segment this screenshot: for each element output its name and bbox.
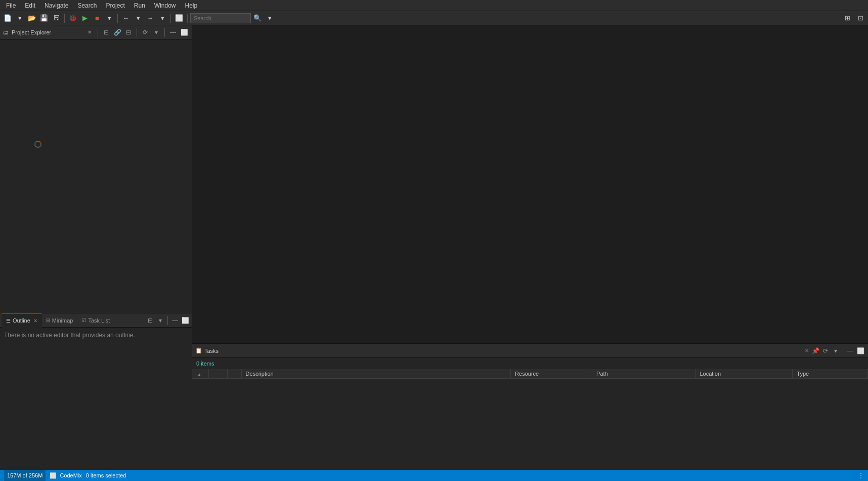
selection-status: 0 items selected (86, 472, 126, 478)
link-with-editor-button[interactable]: 🔗 (113, 28, 122, 37)
col-path-header[interactable]: Path (592, 369, 696, 379)
outline-minimize-button[interactable]: — (170, 316, 180, 325)
sep3 (164, 28, 165, 37)
sep2 (137, 28, 137, 37)
editor-content[interactable] (192, 25, 868, 343)
loading-spinner (34, 141, 41, 148)
menu-navigate[interactable]: Navigate (40, 1, 72, 10)
tab-outline-label: Outline (13, 317, 30, 324)
new-dropdown-button[interactable]: ▾ (14, 13, 25, 24)
menu-project[interactable]: Project (102, 1, 128, 10)
codemix-plugin-status[interactable]: ⬜ CodeMix (50, 472, 81, 479)
memory-label: 157M of 256M (7, 472, 42, 478)
tasks-panel-title: Tasks (204, 348, 802, 354)
menu-edit[interactable]: Edit (21, 1, 39, 10)
outline-maximize-button[interactable]: ⬜ (181, 316, 190, 325)
resource-col-label: Resource (515, 371, 539, 377)
editor-area: 📋 Tasks ✕ 📌 ⟳ ▾ — ⬜ 0 items (192, 25, 868, 470)
outline-empty-message: There is no active editor that provides … (4, 332, 135, 339)
outline-tab-actions: ⊟ ▾ — ⬜ (146, 316, 190, 325)
tasks-table[interactable]: ▲ Description Resource Path (192, 369, 868, 470)
run-dropdown-button[interactable]: ▾ (104, 13, 115, 24)
tab-tasklist-label: Task List (88, 317, 110, 324)
minimap-icon: ⊟ (46, 317, 50, 323)
bottom-left-panel: ☰ Outline ✕ ⊟ Minimap ☑ Task List ⊟ ▾ — (0, 313, 192, 470)
outline-dropdown-button[interactable]: ▾ (156, 316, 165, 325)
close-project-explorer-button[interactable]: ✕ (85, 28, 94, 37)
outline-content: There is no active editor that provides … (0, 328, 192, 470)
debug-button[interactable]: 🐞 (67, 13, 78, 24)
col-type-header[interactable]: Type (793, 369, 868, 379)
menu-help[interactable]: Help (181, 1, 202, 10)
back-dropdown-button[interactable]: ▾ (133, 13, 144, 24)
status-dots-button[interactable]: ⋮ (858, 472, 864, 479)
forward-button[interactable]: → (145, 13, 156, 24)
run-button[interactable]: ▶ (79, 13, 91, 24)
tab-minimap[interactable]: ⊟ Minimap (42, 313, 78, 328)
workspace-icon[interactable]: ⊞ (842, 13, 853, 24)
tasks-pin-button[interactable]: 📌 (811, 346, 820, 355)
sep (98, 28, 98, 37)
description-col-label: Description (246, 371, 274, 377)
path-col-label: Path (596, 371, 608, 377)
search-dropdown-button[interactable]: ▾ (264, 13, 275, 24)
col-resource-header[interactable]: Resource (511, 369, 592, 379)
menu-window[interactable]: Window (150, 1, 180, 10)
status-bar: 157M of 256M ⬜ CodeMix 0 items selected … (0, 470, 868, 481)
menu-bar: File Edit Navigate Search Project Run Wi… (0, 0, 868, 11)
maximize-button[interactable]: ⬜ (173, 13, 185, 24)
perspective-button[interactable]: ⊡ (855, 13, 866, 24)
new-file-button[interactable]: 📄 (2, 13, 13, 24)
separator-2 (117, 14, 118, 23)
save-button[interactable]: 💾 (38, 13, 50, 24)
left-panel: 🗂 Project Explorer ✕ ⊟ 🔗 ⊟ ⟳ ▾ — ⬜ ☰ (0, 25, 192, 470)
tab-tasklist[interactable]: ☑ Task List (77, 313, 114, 328)
menu-search[interactable]: Search (73, 1, 101, 10)
tasks-panel-header: 📋 Tasks ✕ 📌 ⟳ ▾ — ⬜ (192, 344, 868, 358)
sync-button[interactable]: ⟳ (141, 28, 150, 37)
maximize-project-explorer[interactable]: ⬜ (180, 28, 189, 37)
tasks-data-table: ▲ Description Resource Path (192, 369, 868, 379)
project-explorer-content (0, 39, 192, 313)
col-check-header[interactable] (228, 369, 241, 379)
collapse-all-button[interactable]: ⊟ (102, 28, 111, 37)
col-sort-header[interactable]: ▲ (192, 369, 209, 379)
open-button[interactable]: 📂 (26, 13, 37, 24)
tasks-minimize-button[interactable]: — (846, 346, 855, 355)
loading-area (34, 141, 41, 148)
close-outline-tab[interactable]: ✕ (33, 318, 37, 324)
tasks-dropdown-button[interactable]: ▾ (831, 346, 840, 355)
tasks-maximize-button[interactable]: ⬜ (856, 346, 865, 355)
forward-dropdown-button[interactable]: ▾ (157, 13, 168, 24)
outline-expand-button[interactable]: ⊟ (146, 316, 155, 325)
tasks-refresh-button[interactable]: ⟳ (821, 346, 830, 355)
search-input[interactable] (190, 13, 251, 23)
search-icon-button[interactable]: 🔍 (252, 13, 263, 24)
back-button[interactable]: ← (120, 13, 132, 24)
save-all-button[interactable]: 🖫 (51, 13, 62, 24)
location-col-label: Location (700, 371, 721, 377)
memory-status[interactable]: 157M of 256M (4, 470, 46, 481)
separator-3 (170, 14, 171, 23)
menu-file[interactable]: File (2, 1, 20, 10)
tab-minimap-label: Minimap (52, 317, 73, 324)
tasklist-icon: ☑ (81, 317, 86, 323)
main-layout: 🗂 Project Explorer ✕ ⊟ 🔗 ⊟ ⟳ ▾ — ⬜ ☰ (0, 25, 868, 470)
col-description-header[interactable]: Description (241, 369, 511, 379)
sep (167, 316, 168, 325)
codemix-label: CodeMix (60, 472, 81, 478)
toolbar: 📄 ▾ 📂 💾 🖫 🐞 ▶ ■ ▾ ← ▾ → ▾ ⬜ 🔍 ▾ ⊞ ⊡ (0, 11, 868, 25)
menu-run[interactable]: Run (130, 1, 149, 10)
tasks-count: 0 items (192, 358, 868, 369)
project-explorer-header: 🗂 Project Explorer ✕ ⊟ 🔗 ⊟ ⟳ ▾ — ⬜ (0, 25, 192, 39)
filter-button[interactable]: ⊟ (124, 28, 133, 37)
dots-icon: ⋮ (858, 472, 864, 479)
separator-4 (187, 14, 188, 23)
col-location-header[interactable]: Location (696, 369, 793, 379)
view-menu-button[interactable]: ▾ (152, 28, 161, 37)
minimize-project-explorer[interactable]: — (168, 28, 178, 37)
close-tasks-tab[interactable]: ✕ (805, 348, 809, 353)
col-icon-header[interactable] (209, 369, 228, 379)
tab-outline[interactable]: ☰ Outline ✕ (2, 313, 42, 328)
stop-button[interactable]: ■ (92, 13, 103, 24)
